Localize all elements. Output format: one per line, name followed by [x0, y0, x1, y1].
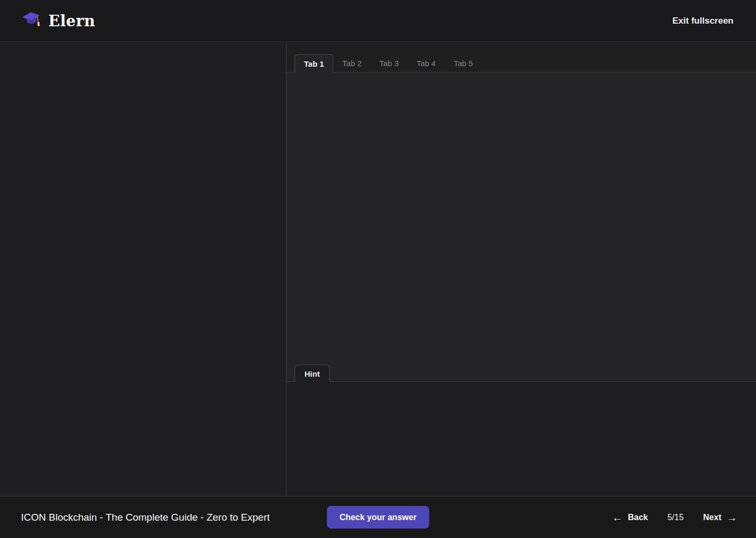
brand-logo[interactable]: Elern [23, 11, 95, 31]
tab-bar: Tab 1 Tab 2 Tab 3 Tab 4 Tab 5 [287, 42, 756, 73]
hint-tab-bar: Hint [287, 365, 756, 382]
tab-4[interactable]: Tab 4 [407, 54, 445, 72]
exercise-panel: Tab 1 Tab 2 Tab 3 Tab 4 Tab 5 Hint [287, 42, 756, 496]
tab-1[interactable]: Tab 1 [295, 54, 333, 73]
footer-navigation: ← Back 5/15 Next → [612, 512, 737, 523]
left-arrow-icon: ← [612, 512, 623, 523]
tab-5[interactable]: Tab 5 [445, 54, 482, 72]
back-button[interactable]: ← Back [612, 512, 648, 523]
app-header: Elern Exit fullscreen [0, 0, 756, 42]
main-area: Tab 1 Tab 2 Tab 3 Tab 4 Tab 5 Hint [0, 42, 756, 496]
check-answer-button[interactable]: Check your answer [327, 506, 429, 529]
progress-indicator: 5/15 [667, 513, 684, 522]
right-arrow-icon: → [727, 512, 737, 523]
tab-content-area [287, 73, 756, 365]
brand-name: Elern [48, 12, 95, 30]
hint-tab[interactable]: Hint [295, 365, 330, 382]
next-button[interactable]: Next → [703, 512, 737, 523]
course-title: ICON Blockchain - The Complete Guide - Z… [21, 512, 270, 523]
tab-3[interactable]: Tab 3 [371, 54, 408, 72]
course-footer: ICON Blockchain - The Complete Guide - Z… [0, 496, 756, 538]
next-label: Next [703, 513, 721, 522]
lesson-panel [0, 42, 287, 496]
back-label: Back [628, 513, 648, 522]
tab-2[interactable]: Tab 2 [333, 54, 371, 72]
graduation-cap-icon [23, 11, 41, 31]
exit-fullscreen-button[interactable]: Exit fullscreen [673, 16, 733, 26]
hint-content-area [287, 382, 756, 496]
